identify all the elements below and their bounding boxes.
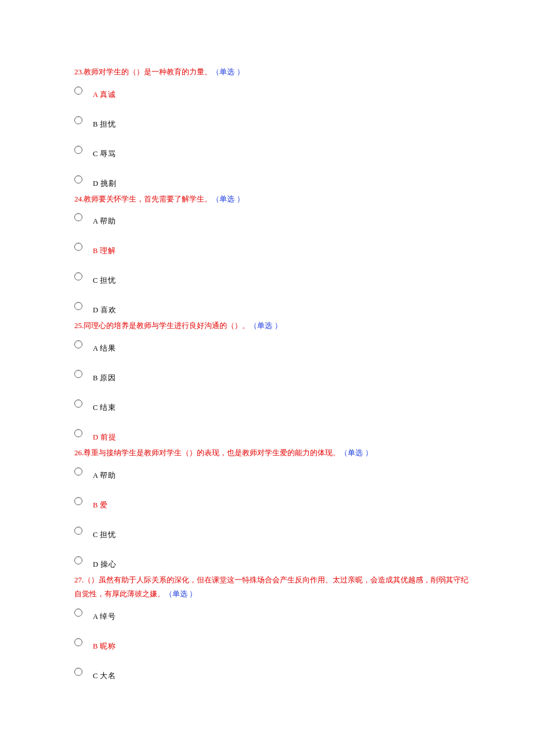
option-a: A 结果 <box>74 338 470 354</box>
option-c: C 担忧 <box>74 524 470 540</box>
radio-icon[interactable] <box>74 399 82 408</box>
radio-icon[interactable] <box>74 340 82 348</box>
option-b: B 理解 <box>74 240 470 256</box>
question-number: 27. <box>74 575 84 584</box>
radio-icon[interactable] <box>74 272 82 280</box>
question-body: 教师要关怀学生，首先需要了解学生。 <box>84 195 212 203</box>
radio-icon[interactable] <box>74 497 82 505</box>
option-d: D 喜欢 <box>74 300 470 315</box>
option-label: D 前提 <box>93 429 116 442</box>
question-24: 24.教师要关怀学生，首先需要了解学生。（单选 ） A 帮助 B 理解 C 担忧… <box>74 192 470 316</box>
option-c: C 辱骂 <box>74 143 470 159</box>
option-list: A 真诚 B 担忧 C 辱骂 D 挑剔 <box>74 84 470 189</box>
option-label: A 真诚 <box>93 87 116 100</box>
option-label: B 昵称 <box>93 638 116 651</box>
option-a: A 帮助 <box>74 211 470 226</box>
option-label: B 爱 <box>93 497 108 510</box>
option-label: C 辱骂 <box>93 146 116 159</box>
question-body: 同理心的培养是教师与学生进行良好沟通的（）。 <box>84 321 250 330</box>
option-label: B 理解 <box>93 243 116 256</box>
option-a: A 帮助 <box>74 465 470 481</box>
option-b: B 原因 <box>74 368 470 383</box>
question-23: 23.教师对学生的（）是一种教育的力量。（单选 ） A 真诚 B 担忧 C 辱骂… <box>74 65 470 189</box>
option-label: C 结束 <box>93 399 116 413</box>
radio-icon[interactable] <box>74 638 82 646</box>
option-c: C 结束 <box>74 397 470 413</box>
option-a: A 真诚 <box>74 84 470 100</box>
radio-icon[interactable] <box>74 87 82 95</box>
option-label: A 绰号 <box>93 609 116 622</box>
radio-icon[interactable] <box>74 146 82 154</box>
radio-icon[interactable] <box>74 527 82 535</box>
question-text: 26.尊重与接纳学生是教师对学生（）的表现，也是教师对学生爱的能力的体现。（单选… <box>74 446 470 460</box>
option-b: B 爱 <box>74 495 470 510</box>
radio-icon[interactable] <box>74 467 82 476</box>
option-label: C 担忧 <box>93 272 116 286</box>
option-b: B 担忧 <box>74 114 470 129</box>
question-type: （单选 ） <box>165 589 197 598</box>
question-number: 25. <box>74 321 84 330</box>
radio-icon[interactable] <box>74 609 82 617</box>
option-label: C 担忧 <box>93 527 116 540</box>
option-d: D 前提 <box>74 427 470 442</box>
question-number: 26. <box>74 448 84 457</box>
radio-icon[interactable] <box>74 429 82 437</box>
question-body: （）虽然有助于人际关系的深化，但在课堂这一特殊场合会产生反向作用。太过亲昵，会造… <box>74 575 468 599</box>
option-label: A 帮助 <box>93 213 116 226</box>
question-25: 25.同理心的培养是教师与学生进行良好沟通的（）。（单选 ） A 结果 B 原因… <box>74 319 470 442</box>
question-type: （单选 ） <box>250 321 282 330</box>
question-text: 27.（）虽然有助于人际关系的深化，但在课堂这一特殊场合会产生反向作用。太过亲昵… <box>74 573 470 602</box>
option-c: C 大名 <box>74 665 470 681</box>
option-label: B 原因 <box>93 370 116 383</box>
option-d: D 操心 <box>74 554 470 570</box>
question-number: 24. <box>74 195 84 203</box>
option-d: D 挑剔 <box>74 173 470 189</box>
radio-icon[interactable] <box>74 116 82 124</box>
question-text: 24.教师要关怀学生，首先需要了解学生。（单选 ） <box>74 192 470 207</box>
option-label: B 担忧 <box>93 116 116 129</box>
option-a: A 绰号 <box>74 606 470 622</box>
question-text: 25.同理心的培养是教师与学生进行良好沟通的（）。（单选 ） <box>74 319 470 333</box>
option-list: A 帮助 B 爱 C 担忧 D 操心 <box>74 465 470 570</box>
option-label: D 挑剔 <box>93 175 116 189</box>
option-b: B 昵称 <box>74 636 470 651</box>
question-type: （单选 ） <box>212 195 244 203</box>
question-number: 23. <box>74 67 84 76</box>
radio-icon[interactable] <box>74 302 82 310</box>
radio-icon[interactable] <box>74 556 82 564</box>
option-label: D 喜欢 <box>93 302 116 315</box>
radio-icon[interactable] <box>74 213 82 221</box>
question-body: 教师对学生的（）是一种教育的力量。 <box>84 67 212 76</box>
option-list: A 结果 B 原因 C 结束 D 前提 <box>74 338 470 442</box>
radio-icon[interactable] <box>74 243 82 251</box>
question-type: （单选 ） <box>340 448 372 457</box>
question-26: 26.尊重与接纳学生是教师对学生（）的表现，也是教师对学生爱的能力的体现。（单选… <box>74 446 470 570</box>
radio-icon[interactable] <box>74 668 82 676</box>
option-label: A 帮助 <box>93 467 116 481</box>
radio-icon[interactable] <box>74 370 82 378</box>
question-27: 27.（）虽然有助于人际关系的深化，但在课堂这一特殊场合会产生反向作用。太过亲昵… <box>74 573 470 681</box>
option-label: D 操心 <box>93 556 116 570</box>
question-body: 尊重与接纳学生是教师对学生（）的表现，也是教师对学生爱的能力的体现。 <box>84 448 340 457</box>
radio-icon[interactable] <box>74 175 82 183</box>
question-text: 23.教师对学生的（）是一种教育的力量。（单选 ） <box>74 65 470 80</box>
question-type: （单选 ） <box>212 67 244 76</box>
option-list: A 帮助 B 理解 C 担忧 D 喜欢 <box>74 211 470 315</box>
option-c: C 担忧 <box>74 270 470 286</box>
option-label: A 结果 <box>93 340 116 354</box>
quiz-page: 23.教师对学生的（）是一种教育的力量。（单选 ） A 真诚 B 担忧 C 辱骂… <box>0 0 534 756</box>
option-label: C 大名 <box>93 668 116 681</box>
option-list: A 绰号 B 昵称 C 大名 <box>74 606 470 681</box>
